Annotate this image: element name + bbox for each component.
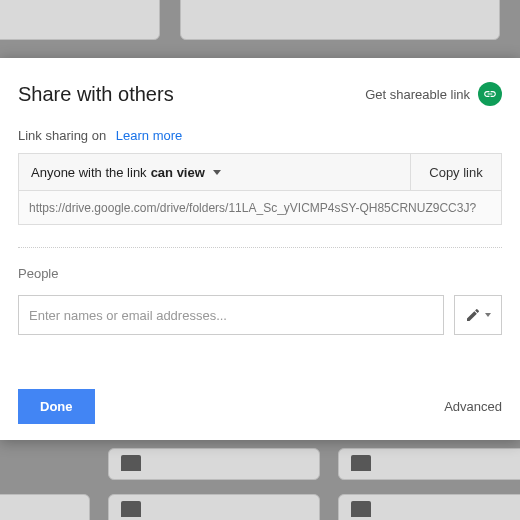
chevron-down-icon [213,170,221,175]
done-button[interactable]: Done [18,389,95,424]
permission-dropdown[interactable]: Anyone with the link can view [19,154,411,190]
learn-more-link[interactable]: Learn more [116,128,182,143]
get-shareable-link[interactable]: Get shareable link [365,82,502,106]
link-sharing-status: Link sharing on [18,128,106,143]
permission-level: can view [151,165,205,180]
shareable-link-label: Get shareable link [365,87,470,102]
people-input[interactable] [18,295,444,335]
advanced-link[interactable]: Advanced [444,399,502,414]
share-url-field[interactable]: https://drive.google.com/drive/folders/1… [18,191,502,225]
permission-row: Anyone with the link can view Copy link [18,153,502,191]
dialog-footer: Done Advanced [18,369,502,424]
link-icon [478,82,502,106]
share-dialog: Share with others Get shareable link Lin… [0,58,520,440]
edit-permission-button[interactable] [454,295,502,335]
dialog-title: Share with others [18,83,174,106]
dialog-header: Share with others Get shareable link [18,82,502,106]
link-sharing-status-row: Link sharing on Learn more [18,128,502,143]
people-label: People [18,266,502,281]
chevron-down-icon [485,313,491,317]
copy-link-button[interactable]: Copy link [411,154,501,190]
people-row [18,295,502,335]
permission-prefix: Anyone with the link [31,165,147,180]
separator [18,247,502,248]
pencil-icon [465,307,481,323]
